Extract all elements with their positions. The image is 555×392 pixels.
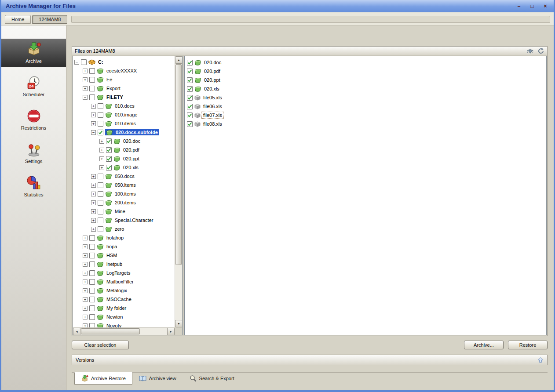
expand-icon[interactable]: + (99, 156, 104, 161)
expand-icon[interactable]: + (83, 77, 88, 82)
file-item-file07-xls[interactable]: file07.xls (187, 111, 546, 120)
view-icon[interactable] (526, 47, 534, 54)
tree-item-special-character[interactable]: +Special.Character (74, 216, 175, 225)
archive-button[interactable]: Archive... (464, 341, 504, 349)
tree-checkbox[interactable] (98, 209, 103, 214)
expand-icon[interactable]: + (83, 253, 88, 258)
tree-item-inetpub[interactable]: +inetpub (74, 260, 175, 269)
tree-checkbox[interactable] (81, 59, 87, 65)
file-checkbox[interactable] (187, 95, 193, 101)
bottom-tab-archive-view[interactable]: Archive view (132, 372, 183, 385)
expand-icon[interactable]: + (83, 323, 88, 328)
tree-checkbox[interactable] (89, 94, 95, 100)
maximize-button[interactable]: □ (528, 3, 536, 10)
tree-item-010-items[interactable]: +010.items (74, 119, 175, 128)
tree-checkbox[interactable] (98, 130, 103, 135)
close-button[interactable]: × (541, 3, 549, 10)
restore-button[interactable]: Restore (508, 341, 548, 349)
tree-item-020-doc[interactable]: +020.doc (74, 137, 175, 145)
refresh-icon[interactable] (537, 47, 544, 54)
expand-icon[interactable]: + (83, 262, 88, 267)
expand-icon[interactable]: + (83, 244, 88, 249)
tree-item-hsm[interactable]: +HSM (74, 251, 175, 260)
expand-icon[interactable]: + (83, 297, 88, 302)
clear-selection-button[interactable]: Clear selection (72, 341, 129, 349)
tree-checkbox[interactable] (89, 235, 95, 241)
scroll-up-icon[interactable]: ▲ (175, 56, 183, 64)
file-item-file08-xls[interactable]: file08.xls (187, 120, 546, 128)
file-item-020-ppt[interactable]: 020.ppt (187, 76, 546, 84)
expand-icon[interactable]: + (91, 209, 96, 214)
tree-checkbox[interactable] (89, 68, 95, 74)
horizontal-scrollbar[interactable]: ◄ ► (73, 327, 175, 335)
tree-item-050-items[interactable]: +050.items (74, 181, 175, 189)
expand-icon[interactable]: + (91, 192, 96, 196)
tree-checkbox[interactable] (89, 279, 95, 285)
tree-checkbox[interactable] (89, 323, 95, 328)
minimize-button[interactable]: – (515, 3, 523, 10)
tree-item-export[interactable]: +Export (74, 84, 175, 93)
file-item-020-doc[interactable]: 020.doc (187, 58, 546, 67)
expand-icon[interactable]: + (83, 288, 88, 293)
tree-checkbox[interactable] (89, 261, 95, 267)
tree-item-050-docs[interactable]: +050.docs (74, 172, 175, 181)
sidebar-item-restrictions[interactable]: Restrictions (1, 105, 66, 134)
tree-checkbox[interactable] (106, 147, 112, 153)
tree-checkbox[interactable] (98, 200, 103, 206)
bottom-tab-archive-restore[interactable]: Archive-Restore (74, 372, 132, 385)
vertical-scrollbar[interactable]: ▲ ▼ (175, 56, 182, 327)
tree-item-logtargets[interactable]: +LogTargets (74, 269, 175, 277)
tree-checkbox[interactable] (89, 253, 95, 258)
expand-icon[interactable]: + (91, 104, 96, 109)
expand-icon[interactable]: + (83, 306, 88, 311)
sidebar-item-scheduler[interactable]: 24Scheduler (1, 72, 66, 100)
expand-icon[interactable]: + (91, 218, 96, 223)
tree-item-020-ppt[interactable]: +020.ppt (74, 154, 175, 163)
tree-item-holahop[interactable]: +holahop (74, 233, 175, 242)
tree-item-c[interactable]: −C: (74, 58, 175, 66)
expand-icon[interactable]: + (83, 271, 88, 276)
tree-item-100-items[interactable]: +100.items (74, 189, 175, 198)
expand-icon[interactable]: + (83, 69, 88, 73)
expand-icon[interactable]: + (99, 139, 104, 144)
file-item-file05-xls[interactable]: file05.xls (187, 93, 546, 102)
tree-checkbox[interactable] (98, 121, 103, 127)
tree-item-newton[interactable]: +Newton (74, 312, 175, 321)
sidebar-item-settings[interactable]: Settings (1, 139, 66, 167)
versions-bar[interactable]: Versions (72, 355, 548, 365)
expand-icon[interactable]: + (83, 236, 88, 240)
tree-checkbox[interactable] (89, 86, 95, 91)
tree-checkbox[interactable] (106, 138, 112, 144)
tree-checkbox[interactable] (89, 288, 95, 294)
collapse-arrow-icon[interactable] (537, 357, 544, 363)
tree-item-coestexxxxx[interactable]: +coesteXXXXX (74, 66, 175, 75)
sidebar-item-statistics[interactable]: Statistics (1, 172, 66, 200)
tree-item-mine[interactable]: +Mine (74, 207, 175, 216)
tree-item-metalogix[interactable]: +Metalogix (74, 286, 175, 295)
tree-item-010-docs[interactable]: +010.docs (74, 102, 175, 110)
tab-124mam8[interactable]: 124MAM8 (32, 15, 67, 24)
tree-checkbox[interactable] (98, 226, 103, 232)
tree-checkbox[interactable] (98, 218, 103, 223)
tree-item-novoty[interactable]: +Novoty (74, 321, 175, 327)
tree-item-hopa[interactable]: +hopa (74, 242, 175, 251)
expand-icon[interactable]: + (91, 200, 96, 205)
tree-checkbox[interactable] (89, 314, 95, 320)
tree-checkbox[interactable] (98, 103, 103, 109)
horizontal-scroll-thumb[interactable] (81, 328, 140, 334)
file-checkbox[interactable] (187, 86, 193, 92)
file-checkbox[interactable] (187, 121, 193, 127)
expand-icon[interactable]: + (91, 113, 96, 117)
file-checkbox[interactable] (187, 77, 193, 83)
expand-icon[interactable]: + (99, 148, 104, 152)
tree-item-020-xls[interactable]: +020.xls (74, 163, 175, 172)
tree-item-msocache[interactable]: +MSOCache (74, 295, 175, 304)
tree-checkbox[interactable] (98, 182, 103, 188)
collapse-icon[interactable]: − (74, 60, 79, 65)
tree-checkbox[interactable] (89, 77, 95, 83)
file-item-020-pdf[interactable]: 020.pdf (187, 67, 546, 76)
file-item-file06-xls[interactable]: file06.xls (187, 102, 546, 111)
tree-item-zero[interactable]: +zero (74, 225, 175, 233)
tree-checkbox[interactable] (89, 305, 95, 311)
tree-checkbox[interactable] (89, 297, 95, 302)
